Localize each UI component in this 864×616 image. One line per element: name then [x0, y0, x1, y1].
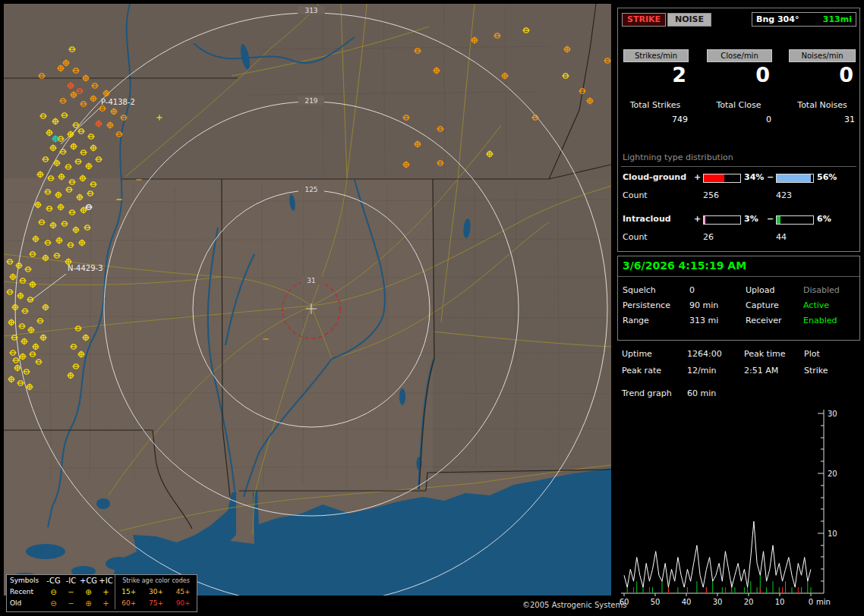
cg-plus-pct: 34%	[744, 172, 764, 182]
squelch-value: 0	[689, 285, 695, 295]
x-tick-40: 40	[682, 598, 692, 606]
cg-plus-count: 256	[703, 190, 719, 200]
range-value: 313mi	[823, 13, 852, 26]
legend-col-pcg: +CG	[80, 575, 97, 586]
ic-minus-count: 44	[776, 232, 787, 242]
x-tick-60: 60	[620, 598, 629, 606]
legend-recent-row: Recent ⊖ − ⊕ + 15+ 30+ 45+	[7, 586, 197, 598]
capture-label: Capture	[746, 300, 779, 310]
squelch-label: Squelch	[623, 285, 656, 295]
age-code: 30+	[149, 586, 163, 598]
ic-plus-bar	[703, 215, 741, 225]
datetime: 3/6/2026 4:15:19 AM	[623, 259, 746, 272]
strike-mode-button[interactable]: STRIKE	[622, 13, 666, 27]
map-container: 313 219 125 31 P-4138-2 N-4429-3	[4, 4, 611, 596]
peak-rate-value: 12/min	[687, 366, 716, 376]
ring-label-313: 313	[304, 7, 317, 14]
trend-graph-value: 60 min	[687, 388, 716, 398]
circle-plus-icon: ⊕	[80, 586, 97, 598]
cg-minus-pct: 56%	[817, 172, 837, 182]
divider	[621, 166, 856, 167]
receiver-value: Enabled	[803, 316, 837, 325]
stats-section: Uptime 1264:00 Peak time Plot Peak rate …	[617, 345, 859, 402]
legend-col-ncg: -CG	[45, 575, 62, 586]
legend-old-label: Old	[7, 598, 45, 609]
distribution-title: Lightning type distribution	[623, 152, 733, 162]
legend-recent-label: Recent	[7, 586, 45, 598]
trend-graph: 30 20 10 60 50 40 30 20 10 0 min	[617, 404, 862, 612]
persistence-value: 90 min	[689, 300, 718, 310]
age-code: 90+	[176, 598, 191, 609]
cg-minus-count: 423	[776, 190, 792, 200]
upload-value: Disabled	[803, 285, 840, 295]
legend-symbols-header: Symbols	[7, 575, 45, 586]
cg-plus-bar	[703, 174, 741, 183]
ic-plus-sign: +	[694, 214, 701, 224]
cg-minus-sign: −	[767, 172, 774, 182]
peak-time-value: 2:51 AM	[744, 366, 778, 376]
persistence-label: Persistence	[623, 300, 670, 310]
strikes-per-min-button[interactable]: Strikes/min	[623, 49, 689, 62]
y-tick-10: 10	[828, 530, 837, 538]
legend-header-row: Symbols -CG -IC +CG +IC Strike age color…	[7, 575, 197, 586]
cg-plus-sign: +	[694, 172, 701, 182]
cg-count-label: Count	[623, 190, 648, 200]
total-close-label: Total Close	[703, 100, 774, 110]
trend-graph-label: Trend graph	[622, 388, 672, 398]
uptime-label: Uptime	[622, 349, 652, 359]
close-per-min-value: 0	[703, 63, 770, 86]
map[interactable]: 313 219 125 31 P-4138-2 N-4429-3	[4, 4, 611, 596]
minus-icon: −	[62, 586, 80, 598]
cg-minus-fill	[777, 174, 811, 182]
map-legend: Symbols -CG -IC +CG +IC Strike age color…	[6, 574, 197, 612]
ic-minus-fill	[777, 216, 780, 224]
noises-per-min-value: 0	[787, 63, 853, 86]
legend-age-title: Strike age color codes	[115, 575, 197, 586]
x-tick-0: 0	[809, 598, 813, 606]
trend-axes	[621, 410, 824, 596]
intracloud-label: Intracloud	[623, 214, 671, 224]
trend-axis-labels: 30 20 10 60 50 40 30 20 10 0 min	[620, 410, 837, 606]
cg-minus-bar	[776, 174, 814, 183]
noise-mode-button[interactable]: NOISE	[667, 13, 711, 27]
range-setting-value: 313 mi	[689, 316, 718, 325]
legend-col-nic: -IC	[62, 575, 80, 586]
x-tick-30: 30	[713, 598, 723, 606]
noises-per-min-button[interactable]: Noises/min	[789, 49, 856, 62]
close-per-min-button[interactable]: Close/min	[707, 49, 772, 62]
ic-minus-sign: −	[767, 214, 774, 224]
ring-label-125: 125	[304, 186, 317, 193]
total-noises-label: Total Noises	[787, 100, 858, 110]
copyright: ©2005 Astrogenic Systems	[522, 601, 626, 609]
range-label: Range	[623, 316, 649, 325]
cloud-ground-label: Cloud-ground	[623, 172, 686, 182]
ic-plus-fill	[704, 216, 705, 224]
ic-plus-count: 26	[703, 232, 714, 242]
age-code: 15+	[121, 586, 136, 598]
cg-plus-fill	[704, 174, 724, 182]
y-tick-20: 20	[828, 470, 837, 478]
y-tick-30: 30	[828, 410, 837, 418]
age-code: 75+	[149, 598, 163, 609]
circle-minus-icon: ⊖	[45, 598, 62, 609]
trend-plot	[624, 521, 811, 593]
capture-value: Active	[803, 300, 829, 310]
legend-age-row-old: 60+ 75+ 90+	[115, 598, 197, 609]
legend-age-row-recent: 15+ 30+ 45+	[115, 586, 197, 598]
legend-old-row: Old ⊖ − ⊕ + 60+ 75+ 90+	[7, 598, 197, 609]
bearing-value: Bng 304°	[756, 13, 799, 26]
x-tick-50: 50	[651, 598, 661, 606]
x-tick-20: 20	[744, 598, 754, 606]
receiver-label: Receiver	[746, 316, 782, 325]
x-unit: min	[816, 598, 831, 606]
ic-plus-pct: 3%	[744, 214, 758, 224]
bearing-range-readout: Bng 304° 313mi	[752, 12, 856, 27]
legend-col-pic: +IC	[97, 575, 115, 586]
plot-label: Plot	[804, 349, 820, 359]
ic-count-label: Count	[623, 232, 648, 242]
ic-minus-bar	[776, 215, 814, 225]
cell-label: N-4429-3	[68, 264, 103, 272]
plus-icon: +	[97, 586, 115, 598]
counters-panel: STRIKE NOISE Bng 304° 313mi Strikes/min …	[617, 8, 860, 252]
total-noises-value: 31	[787, 115, 855, 124]
